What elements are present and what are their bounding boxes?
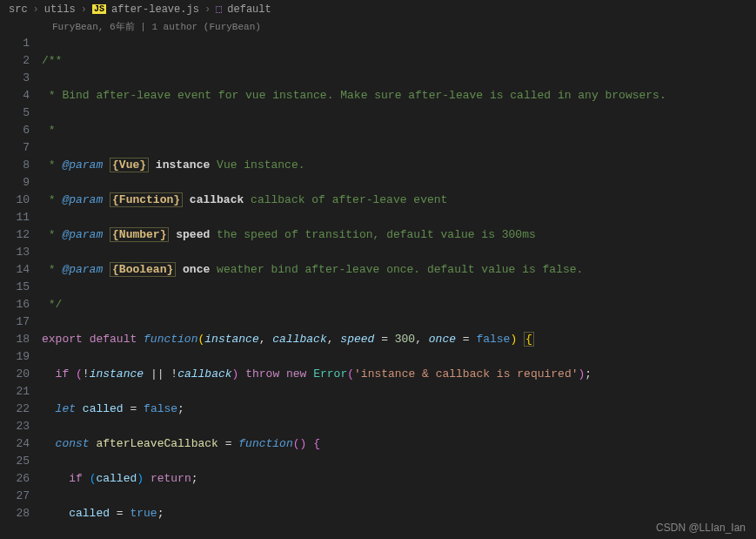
breadcrumb-seg[interactable]: utils [44, 3, 76, 16]
code-editor[interactable]: 1234567 891011121314 15161718192021 2223… [0, 35, 756, 539]
breadcrumb-seg[interactable]: src [9, 3, 28, 16]
breadcrumb[interactable]: src › utils › JS after-leave.js › ⬚ defa… [0, 0, 756, 18]
chevron-right-icon: › [33, 3, 39, 16]
line-number-gutter: 1234567 891011121314 15161718192021 2223… [0, 35, 42, 539]
symbol-cube-icon: ⬚ [216, 3, 222, 16]
git-authorship: FuryBean, 6年前 | 1 author (FuryBean) [0, 18, 756, 35]
code-content[interactable]: /** * Bind after-leave event for vue ins… [42, 35, 756, 539]
breadcrumb-seg[interactable]: default [227, 3, 271, 16]
js-file-icon: JS [92, 4, 106, 14]
breadcrumb-seg[interactable]: after-leave.js [111, 3, 199, 16]
chevron-right-icon: › [204, 3, 211, 16]
watermark: CSDN @LLIan_Ian [656, 522, 746, 534]
chevron-right-icon: › [81, 3, 87, 16]
